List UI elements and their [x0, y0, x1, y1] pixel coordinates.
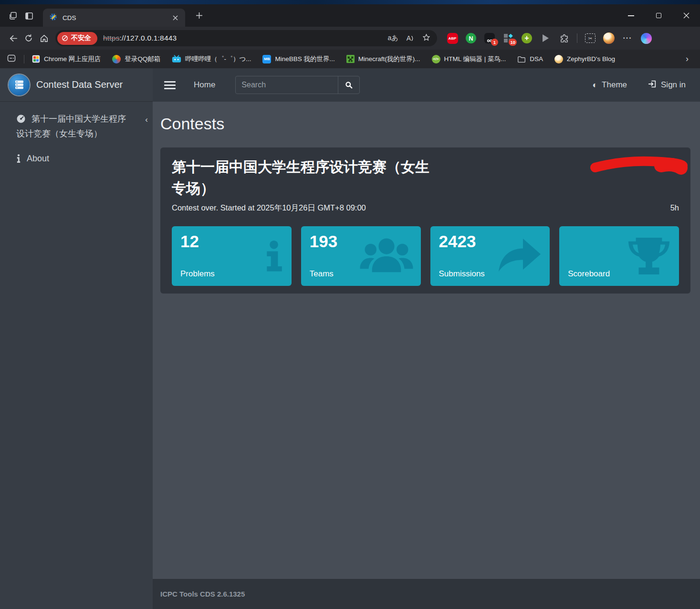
bookmark-zephyrbd-blog[interactable]: ZephyrBD's Blog — [554, 55, 615, 63]
theme-icon: ◐ — [592, 81, 597, 89]
scoreboard-tile[interactable]: Scoreboard — [559, 226, 679, 286]
bookmark-bilibili[interactable]: 哔哩哔哩（゜-゜）つ... — [172, 55, 251, 63]
red-redaction-scribble — [588, 154, 690, 176]
sidebar-toggle-icon[interactable] — [7, 53, 16, 65]
teams-tile[interactable]: 193 Teams — [301, 226, 421, 286]
content-column: Home ◐ Theme — [153, 68, 700, 609]
play-extension-icon[interactable] — [540, 32, 551, 44]
read-aloud-icon[interactable]: A — [407, 34, 414, 42]
tab-close-icon[interactable] — [170, 12, 180, 23]
info-icon — [16, 154, 21, 167]
bilibili-icon — [172, 55, 181, 63]
dark-extension-icon[interactable]: 1 — [484, 32, 495, 44]
contest-status: Contest over. Started at 2025年10月26日 GMT… — [172, 203, 366, 213]
contest-tiles: 12 Problems 193 Teams — [172, 226, 679, 286]
refresh-icon[interactable] — [21, 31, 36, 46]
creeper-icon — [346, 55, 355, 63]
sidebar-item-about[interactable]: About — [16, 152, 131, 167]
window-controls — [617, 4, 700, 27]
problems-tile[interactable]: 12 Problems — [172, 226, 292, 286]
top-navbar: Home ◐ Theme — [153, 68, 700, 102]
extensions-puzzle-icon[interactable] — [558, 32, 570, 44]
page-body: Contest Data Server 第十一届中国大学生程序设计竞赛（女生专场… — [0, 68, 700, 609]
close-button[interactable] — [672, 4, 700, 27]
web-capture-icon[interactable]: ✂ — [585, 32, 596, 44]
address-bar[interactable]: 不安全 https://127.0.0.1:8443 aあ A — [55, 30, 437, 46]
bookmark-minebbs[interactable]: MBMineBBS 我的世界... — [262, 55, 334, 63]
bookmark-minecraft[interactable]: Minecraft(我的世界)... — [346, 55, 420, 63]
minimize-button[interactable] — [617, 4, 645, 27]
submissions-tile[interactable]: 2423 Submissions — [430, 226, 550, 286]
page-title: Contests — [160, 115, 690, 133]
copilot-icon[interactable] — [640, 32, 652, 44]
chrome-store-icon — [32, 55, 40, 63]
folder-icon — [517, 55, 526, 63]
nav-home-link[interactable]: Home — [194, 80, 215, 90]
contest-title: 第十一届中国大学生程序设计竞赛（女生专场） — [172, 156, 432, 199]
favorite-star-icon[interactable] — [422, 33, 430, 43]
blog-avatar-icon — [554, 55, 563, 63]
browser-toolbar: 不安全 https://127.0.0.1:8443 aあ A ABP N — [0, 27, 700, 50]
footer-version-text: ICPC Tools CDS 2.6.1325 — [160, 590, 245, 598]
html-editor-icon: </> — [432, 55, 440, 63]
browser-titlebar: CDS — [0, 4, 700, 27]
bookmark-chrome-store[interactable]: Chrome 网上应用店 — [32, 55, 101, 63]
search-input[interactable] — [236, 76, 338, 94]
adblock-plus-icon[interactable]: ABP — [447, 32, 458, 44]
bookmarks-divider — [24, 55, 24, 63]
tab-title: CDS — [63, 14, 170, 21]
page-footer: ICPC Tools CDS 2.6.1325 — [153, 579, 700, 609]
back-icon[interactable] — [6, 31, 21, 46]
theme-toggle[interactable]: ◐ Theme — [592, 80, 627, 90]
bookmark-qq-mail[interactable]: 登录QQ邮箱 — [112, 55, 160, 63]
search-box — [235, 76, 360, 94]
contest-card: 第十一届中国大学生程序设计竞赛（女生专场） Contest over. Star… — [160, 147, 690, 294]
bookmarks-bar: Chrome 网上应用店 登录QQ邮箱 哔哩哔哩（゜-゜）つ... MBMine… — [0, 50, 700, 68]
tab-actions-icon[interactable] — [5, 8, 21, 24]
info-watermark-icon — [264, 235, 284, 277]
browser-tab[interactable]: CDS — [43, 9, 185, 27]
settings-more-icon[interactable]: ··· — [622, 32, 633, 44]
brand[interactable]: Contest Data Server — [0, 68, 153, 102]
bookmarks-overflow-icon[interactable]: › — [686, 54, 693, 64]
bookmark-dsa[interactable]: DSA — [517, 55, 543, 63]
translate-icon[interactable]: aあ — [388, 34, 398, 42]
search-button[interactable] — [338, 76, 359, 94]
grid-extension-icon[interactable]: 10 — [502, 32, 514, 44]
desktop-wallpaper-strip — [0, 0, 700, 4]
maximize-button[interactable] — [645, 4, 672, 27]
bookmark-html-editor[interactable]: </>HTML 编辑器 | 菜鸟... — [432, 55, 506, 63]
cds-logo-icon — [9, 74, 30, 95]
sign-in-icon — [648, 80, 657, 91]
minebbs-icon: MB — [262, 55, 271, 63]
cds-favicon-icon — [50, 13, 58, 23]
users-watermark-icon — [360, 236, 413, 276]
home-icon[interactable] — [36, 31, 52, 46]
security-label: 不安全 — [71, 34, 91, 42]
gauge-icon — [16, 114, 26, 127]
qq-mail-icon — [112, 55, 121, 63]
brand-title: Contest Data Server — [36, 79, 123, 90]
toolbar-divider — [577, 33, 577, 43]
share-arrow-watermark-icon — [496, 237, 542, 276]
chevron-left-icon: ‹ — [145, 113, 148, 126]
vertical-tabs-icon[interactable] — [21, 8, 37, 24]
sidebar-nav: 第十一届中国大学生程序设计竞赛（女生专场） ‹ About — [0, 102, 153, 167]
add-extension-icon[interactable]: + — [521, 32, 533, 44]
not-secure-icon — [62, 35, 68, 42]
extensions-area: ABP N 1 10 + — [447, 32, 652, 44]
browser-window: CDS — [0, 0, 700, 609]
sidebar: Contest Data Server 第十一届中国大学生程序设计竞赛（女生专场… — [0, 68, 153, 609]
contest-duration: 5h — [670, 203, 679, 212]
trophy-watermark-icon — [627, 236, 671, 277]
security-badge[interactable]: 不安全 — [57, 32, 97, 45]
new-tab-icon[interactable] — [192, 9, 206, 23]
profile-avatar[interactable] — [603, 32, 615, 44]
menu-hamburger-icon[interactable] — [164, 81, 176, 89]
main-area: Contests 第十一届中国大学生程序设计竞赛（女生专场） Contest o… — [153, 102, 700, 579]
n-extension-icon[interactable]: N — [465, 32, 477, 44]
sign-in-button[interactable]: Sign in — [648, 80, 686, 91]
url-text: https://127.0.0.1:8443 — [103, 34, 177, 42]
sidebar-item-contest[interactable]: 第十一届中国大学生程序设计竞赛（女生专场） ‹ — [16, 113, 131, 140]
